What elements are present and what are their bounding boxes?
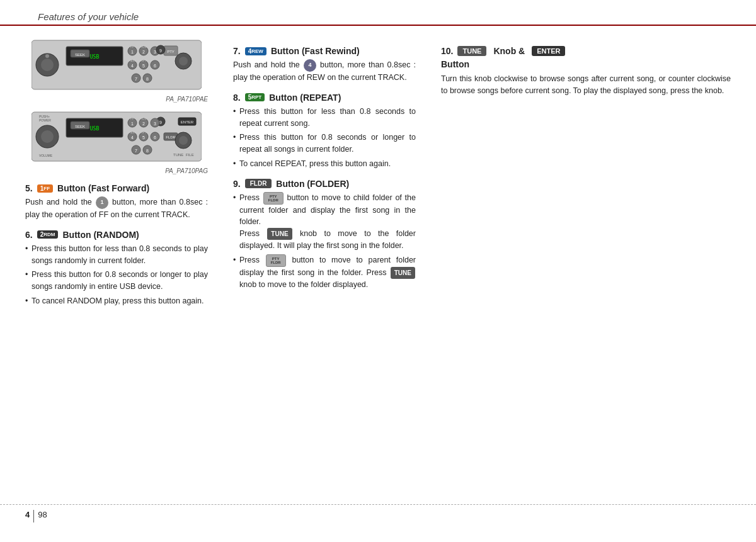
svg-point-38 [41, 130, 54, 143]
section-6-heading: Button (RANDOM) [62, 230, 139, 240]
section-7-body: Push and hold the 4 button, more than 0.… [233, 59, 416, 84]
svg-text:SEEK: SEEK [75, 53, 85, 57]
svg-text:7: 7 [135, 149, 137, 153]
section-9-heading: Button (FOLDER) [276, 179, 349, 189]
section-5-heading: Button (Fast Forward) [57, 183, 149, 193]
svg-text:FILE: FILE [186, 153, 194, 157]
device-illustration-1: USB 1 2 3 PTY SEEK [32, 37, 202, 93]
device-illustration-2: PUSH+ POWER VOLUME USB 9 ENTER [32, 109, 202, 164]
section-6-bullet-3: To cancel RANDOM play, press this button… [25, 295, 208, 307]
section-10-title: 10. TUNE Knob & ENTER [441, 46, 731, 56]
section-7-badge: 4 REW [245, 47, 266, 55]
left-column: USB 1 2 3 PTY SEEK [25, 37, 220, 310]
section-10-knob-label: Knob & [493, 46, 525, 56]
section-8-title: 8. 5 RPT Button (REPEAT) [233, 93, 416, 103]
svg-text:TUNE: TUNE [173, 153, 183, 157]
section-7-num: 7. [233, 46, 241, 56]
section-5-title: 5. 1 FF Button (Fast Forward) [25, 183, 208, 193]
svg-text:FF: FF [130, 116, 134, 120]
section-6-title: 6. 2 RDM Button (RANDOM) [25, 230, 208, 240]
section-9-num: 9. [233, 179, 241, 189]
svg-text:5: 5 [142, 64, 145, 68]
svg-text:REW: REW [129, 59, 136, 62]
mid-column: 7. 4 REW Button (Fast Rewind) Push and h… [220, 37, 428, 310]
svg-text:9: 9 [159, 48, 162, 53]
section-8-list: Press this button for less than 0.8 seco… [233, 106, 416, 170]
section-5-badge: 1 FF [37, 184, 53, 193]
svg-text:1: 1 [131, 121, 134, 126]
section-8-num: 8. [233, 93, 241, 103]
svg-text:4: 4 [131, 135, 134, 140]
pty-fldr-button-1: PTYFLDR [263, 192, 284, 205]
section-5-num: 5. [25, 183, 33, 193]
section-6-bullet-1: Press this button for less than 0.8 seco… [25, 243, 208, 267]
svg-text:6: 6 [154, 64, 156, 68]
svg-text:USB: USB [90, 54, 100, 60]
right-column: 10. TUNE Knob & ENTER Button Turn this k… [428, 37, 731, 310]
section-8-bullet-1: Press this button for less than 0.8 seco… [233, 106, 416, 130]
section-8-badge: 5 RPT [245, 93, 265, 101]
section-5: 5. 1 FF Button (Fast Forward) Push and h… [25, 183, 208, 221]
device-image-2: PUSH+ POWER VOLUME USB 9 ENTER [25, 109, 208, 174]
svg-text:FF: FF [130, 45, 134, 48]
section-9-badge: FLDR [245, 179, 272, 188]
section-9: 9. FLDR Button (FOLDER) Press PTYFLDR bu… [233, 179, 416, 291]
svg-text:3: 3 [154, 121, 156, 126]
section-6-num: 6. [25, 230, 33, 240]
page-footer: 4 98 [0, 504, 756, 542]
tune-badge-1: TUNE [267, 228, 292, 240]
section-8-bullet-3: To cancel REPEAT, press this button agai… [233, 158, 416, 170]
svg-text:1: 1 [131, 50, 134, 54]
svg-text:ENTER: ENTER [181, 120, 194, 124]
svg-text:REW: REW [129, 130, 136, 134]
footer-sub-number: 98 [38, 510, 47, 519]
svg-text:5: 5 [142, 135, 145, 140]
main-content: USB 1 2 3 PTY SEEK [0, 26, 756, 316]
svg-text:8: 8 [146, 149, 149, 153]
svg-text:RPT: RPT [140, 59, 147, 62]
footer-page-number: 4 [25, 510, 30, 519]
svg-text:POWER: POWER [39, 118, 51, 122]
section-9-list: Press PTYFLDR button to move to child fo… [233, 192, 416, 291]
section-7: 7. 4 REW Button (Fast Rewind) Push and h… [233, 46, 416, 84]
svg-text:USB: USB [90, 126, 100, 132]
page-header: Features of your vehicle [0, 0, 756, 26]
section-6-badge: 2 RDM [37, 230, 59, 239]
section-6-list: Press this button for less than 0.8 seco… [25, 243, 208, 307]
svg-point-3 [45, 54, 49, 58]
section-7-title: 7. 4 REW Button (Fast Rewind) [233, 46, 416, 56]
svg-text:3: 3 [154, 50, 156, 54]
svg-point-2 [41, 59, 54, 71]
svg-text:2: 2 [142, 50, 145, 54]
svg-text:7: 7 [135, 77, 137, 81]
section-10-enter-badge: ENTER [532, 46, 565, 56]
device-label-1: PA_PA710PAE [25, 96, 208, 103]
device-image-1: USB 1 2 3 PTY SEEK [25, 37, 208, 103]
svg-text:6: 6 [154, 135, 156, 140]
section-10-subheading: Button [441, 59, 731, 69]
ff-button-circle: 1 [96, 196, 108, 209]
rew-button-circle: 4 [304, 59, 316, 72]
section-9-bullet-1: Press PTYFLDR button to move to child fo… [233, 192, 416, 252]
svg-text:2: 2 [142, 121, 145, 126]
section-10-body: Turn this knob clockwise to browse songs… [441, 73, 731, 97]
svg-text:SEEK: SEEK [75, 125, 85, 128]
svg-text:RPT: RPT [140, 130, 147, 134]
svg-text:RDM: RDM [140, 45, 147, 48]
svg-text:9: 9 [159, 120, 162, 125]
svg-text:4: 4 [131, 64, 134, 68]
section-10-tune-badge: TUNE [457, 46, 486, 56]
svg-text:RDM: RDM [140, 116, 147, 120]
section-7-heading: Button (Fast Rewind) [271, 46, 360, 56]
page-title: Features of your vehicle [38, 11, 718, 25]
svg-point-63 [179, 136, 188, 145]
svg-text:8: 8 [146, 77, 149, 81]
section-8: 8. 5 RPT Button (REPEAT) Press this butt… [233, 93, 416, 170]
footer-divider [33, 510, 34, 522]
section-5-body: Push and hold the 1 button, more than 0.… [25, 196, 208, 221]
svg-point-23 [179, 57, 188, 65]
tune-badge-2: TUNE [391, 267, 415, 279]
device-label-2: PA_PA710PAG [25, 167, 208, 174]
pty-fldr-button-2: PTYFLDR [266, 254, 286, 267]
section-8-bullet-2: Press this button for 0.8 seconds or lon… [233, 132, 416, 155]
